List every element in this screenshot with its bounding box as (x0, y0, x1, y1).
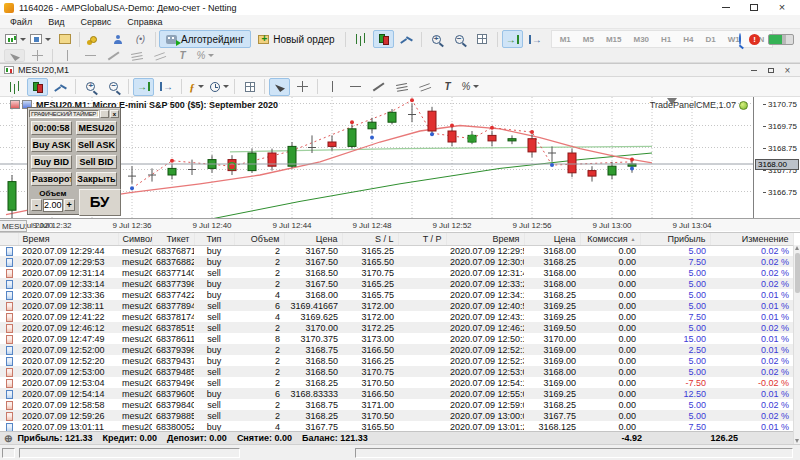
column-header-6[interactable]: Цена (284, 233, 342, 245)
trade-panel-close-button[interactable]: x (110, 110, 119, 118)
sell-ask-button[interactable]: Sell ASK (76, 138, 117, 152)
reverse-button[interactable]: Разворот (31, 172, 72, 186)
zoom-out-button[interactable]: − (449, 30, 470, 48)
chart-close-button[interactable]: × (779, 65, 796, 76)
table-row[interactable]: 2020.07.09 12:47:49mesu2068378611sell831… (0, 333, 793, 344)
sell-bid-button[interactable]: Sell BID (76, 155, 117, 169)
chart-hline-button[interactable] (345, 78, 366, 96)
shapes-button[interactable]: % (195, 49, 216, 62)
table-row[interactable]: 2020.07.09 12:52:20mesu2068379437buy2316… (0, 355, 793, 366)
zoom-in-button[interactable]: + (426, 30, 447, 48)
search-icon[interactable] (739, 34, 741, 44)
market-watch-button[interactable] (54, 30, 75, 48)
column-header-9[interactable]: Время (446, 233, 524, 245)
table-row[interactable]: 2020.07.09 12:29:53mesu2068376882buy2316… (0, 256, 793, 267)
minimize-button[interactable] (712, 0, 740, 15)
bar-chart-button[interactable] (350, 30, 371, 48)
chart-autoscroll-button[interactable]: → (133, 78, 154, 96)
chart-cursor-button[interactable] (269, 78, 290, 96)
column-header-1[interactable]: Время (18, 233, 118, 245)
horizontal-line-button[interactable] (80, 49, 101, 62)
table-row[interactable]: 2020.07.09 12:46:12mesu2068378515sell231… (0, 322, 793, 333)
scroll-up-icon[interactable] (795, 246, 799, 250)
column-header-2[interactable]: Символ (118, 233, 152, 245)
chart-crosshair-button[interactable] (292, 78, 313, 96)
trade-panel-title-bar[interactable]: ГРАФИЧЕСКИЙ ТАЙМЕР ВРЕМЕНИ x (28, 108, 120, 118)
chart-zoom-in-button[interactable]: + (80, 78, 101, 96)
table-row[interactable]: 2020.07.09 12:52:00mesu2068379398buy2316… (0, 344, 793, 355)
chart-zoom-out-button[interactable]: − (103, 78, 124, 96)
history-center-icon[interactable] (84, 30, 105, 48)
time-axis[interactable]: 9 Jul 20209 Jul 12:329 Jul 12:369 Jul 12… (0, 218, 800, 231)
bars-mode-button[interactable] (4, 78, 25, 96)
close-position-button[interactable]: Закрыть (76, 172, 117, 186)
table-row[interactable]: 2020.07.09 12:31:14mesu2068377140sell231… (0, 267, 793, 278)
notification-icon[interactable]: ! (749, 34, 760, 45)
chart-tab[interactable]: MESU20,M1 (0, 220, 27, 232)
close-button[interactable]: × (768, 0, 796, 15)
vertical-line-button[interactable] (57, 49, 78, 62)
chart-shapes-button[interactable]: % (460, 78, 481, 96)
timeframe-m30[interactable]: M30 (627, 33, 655, 46)
column-header-13[interactable]: Изменение (710, 233, 793, 245)
candles-mode-button[interactable] (27, 78, 48, 96)
timeframe-m1[interactable]: M1 (554, 33, 577, 46)
buy-bid-button[interactable]: Buy BID (31, 155, 72, 169)
breakeven-button[interactable]: БУ (79, 189, 121, 216)
volume-value[interactable]: 2.00 (43, 199, 63, 212)
table-row[interactable]: 2020.07.09 12:53:00mesu2068379485sell231… (0, 366, 793, 377)
volume-decrease-button[interactable]: - (31, 199, 42, 211)
table-row[interactable]: 2020.07.09 12:38:11mesu2068377894sell631… (0, 300, 793, 311)
timeframe-h4[interactable]: H4 (677, 33, 699, 46)
maximize-button[interactable] (740, 0, 768, 15)
table-row[interactable]: 2020.07.09 12:53:04mesu2068379496sell231… (0, 377, 793, 388)
timeframe-h1[interactable]: H1 (655, 33, 677, 46)
signal-icon[interactable]: (•) (130, 30, 151, 48)
indicators-button[interactable]: ƒ (186, 78, 207, 96)
table-row[interactable]: 2020.07.09 12:58:58mesu2068379840sell231… (0, 399, 793, 410)
sell-mini-icon[interactable] (10, 100, 20, 109)
chart-text-button[interactable]: T (437, 78, 458, 96)
summary-plus-icon[interactable]: ⊕ (4, 433, 12, 444)
table-row[interactable]: 2020.07.09 12:41:22mesu2068378174sell431… (0, 311, 793, 322)
chart-trendline-button[interactable] (368, 78, 389, 96)
table-row[interactable]: 2020.07.09 12:59:26mesu2068379885sell231… (0, 410, 793, 421)
volume-increase-button[interactable]: + (64, 199, 75, 211)
timeframe-m5[interactable]: M5 (577, 33, 600, 46)
column-header-4[interactable]: Тип (194, 233, 234, 245)
table-row[interactable]: 2020.07.09 12:29:44mesu2068376871buy2316… (0, 245, 793, 256)
table-row[interactable]: 2020.07.09 12:33:36mesu2068377422buy4316… (0, 289, 793, 300)
chart-shift-toggle-button[interactable]: → (156, 78, 177, 96)
price-axis[interactable]: 3170.753169.753168.753167.753166.753168.… (753, 97, 800, 218)
chart-tile-button[interactable] (239, 78, 260, 96)
chart-vline-button[interactable] (322, 78, 343, 96)
scroll-thumb[interactable] (795, 253, 800, 293)
channel-button[interactable] (149, 49, 170, 62)
column-header-3[interactable]: Тикет (152, 233, 194, 245)
candlestick-chart-button[interactable] (373, 30, 394, 48)
timeframe-d1[interactable]: D1 (700, 33, 722, 46)
symbol-button[interactable]: MESU20 (76, 121, 117, 135)
menu-item-3[interactable]: Сервис (72, 16, 119, 28)
column-header-10[interactable]: Цена (524, 233, 580, 245)
column-header-8[interactable]: T / P (398, 233, 446, 245)
fibonacci-button[interactable] (126, 49, 147, 62)
column-header-11[interactable]: Комиссия (580, 233, 640, 245)
crosshair-tool-button[interactable] (27, 49, 48, 62)
line-chart-button[interactable] (396, 30, 417, 48)
column-header-12[interactable]: Прибыль (640, 233, 710, 245)
algo-trading-button[interactable]: Алготрейдинг (159, 30, 251, 48)
new-chart-button[interactable] (4, 30, 27, 48)
chart-minimize-button[interactable] (745, 65, 762, 76)
menu-item-4[interactable]: Справка (119, 16, 170, 28)
table-row[interactable]: 2020.07.09 12:54:14mesu2068379605buy6316… (0, 388, 793, 399)
column-header-7[interactable]: S / L (342, 233, 398, 245)
profiles-button[interactable] (29, 30, 52, 48)
line-mode-button[interactable] (50, 78, 71, 96)
connection-toggle[interactable] (768, 34, 794, 45)
trade-panel-minimize-button[interactable] (100, 110, 109, 118)
chart-shift-button[interactable]: → (525, 30, 546, 48)
trendline-button[interactable] (103, 49, 124, 62)
menu-item-1[interactable]: Файл (2, 16, 40, 28)
chart-maximize-button[interactable] (762, 65, 779, 76)
